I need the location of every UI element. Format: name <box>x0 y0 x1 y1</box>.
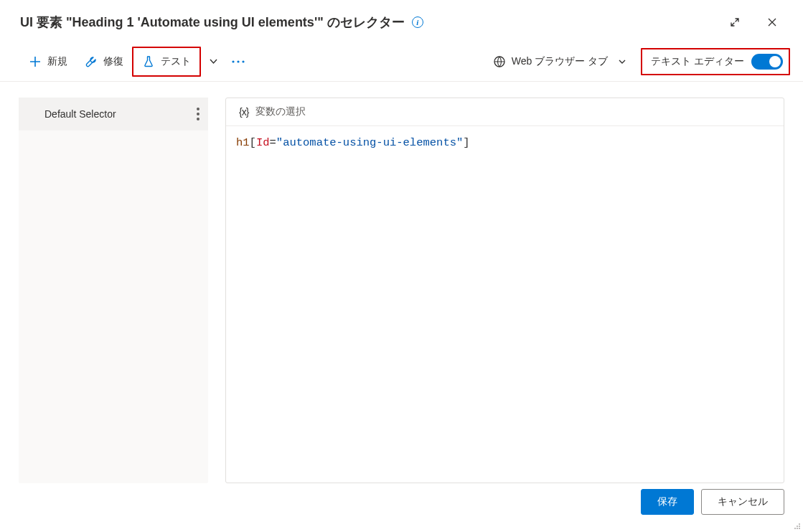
highlight-text-editor: テキスト エディター <box>641 48 790 75</box>
variable-select-button[interactable]: {x} 変数の選択 <box>226 98 784 126</box>
editor-panel: {x} 変数の選択 h1[Id="automate-using-ui-eleme… <box>225 98 784 483</box>
text-editor-toggle-wrap: テキスト エディター <box>642 49 789 74</box>
text-editor-label: テキスト エディター <box>651 55 744 68</box>
test-button[interactable]: テスト <box>133 48 199 75</box>
repair-label: 修復 <box>103 55 123 68</box>
info-icon[interactable]: i <box>412 16 423 28</box>
text-editor-toggle[interactable] <box>751 54 783 70</box>
selector-code-editor[interactable]: h1[Id="automate-using-ui-elements"] <box>226 126 784 483</box>
highlight-test: テスト <box>132 47 201 77</box>
save-button[interactable]: 保存 <box>641 489 694 515</box>
cancel-label: キャンセル <box>718 495 768 508</box>
code-value: "automate-using-ui-elements" <box>276 136 463 149</box>
test-label: テスト <box>161 55 191 68</box>
cancel-button[interactable]: キャンセル <box>701 489 784 515</box>
dialog-title: UI 要素 "Heading 1 'Automate using UI elem… <box>20 14 405 31</box>
wrench-icon <box>85 55 98 68</box>
expand-icon <box>730 17 740 27</box>
plus-icon <box>29 55 42 68</box>
globe-icon <box>493 55 506 68</box>
svg-point-8 <box>797 528 798 529</box>
dialog-footer: 保存 キャンセル <box>641 489 784 515</box>
selector-item[interactable]: Default Selector <box>19 98 208 130</box>
chevron-down-icon <box>209 57 218 66</box>
toolbar-dropdown-button[interactable] <box>201 48 225 75</box>
variable-select-label: 変数の選択 <box>255 105 306 118</box>
expand-button[interactable] <box>723 12 747 32</box>
selector-item-more-button[interactable] <box>197 108 199 120</box>
svg-point-9 <box>799 528 800 529</box>
code-close-bracket: ] <box>463 136 469 149</box>
code-attr: Id <box>256 136 270 149</box>
code-open-bracket: [ <box>250 136 256 149</box>
code-eq: = <box>270 136 276 149</box>
close-icon <box>767 17 777 27</box>
variable-braces-icon: {x} <box>239 106 248 118</box>
selector-list: Default Selector <box>19 98 208 483</box>
svg-point-0 <box>232 60 234 62</box>
svg-point-4 <box>799 523 800 525</box>
svg-point-6 <box>799 526 800 527</box>
selector-item-label: Default Selector <box>44 108 116 120</box>
toggle-knob <box>769 56 781 67</box>
code-tag: h1 <box>236 136 250 149</box>
browser-tab-label: Web ブラウザー タブ <box>512 55 608 68</box>
svg-point-5 <box>797 526 798 527</box>
dialog-header: UI 要素 "Heading 1 'Automate using UI elem… <box>0 0 803 42</box>
save-label: 保存 <box>657 495 677 508</box>
chevron-down-icon <box>618 57 626 66</box>
new-label: 新規 <box>47 55 67 68</box>
svg-point-2 <box>242 60 244 62</box>
svg-point-1 <box>237 60 239 62</box>
resize-grip-icon[interactable] <box>794 523 801 530</box>
close-button[interactable] <box>760 12 784 32</box>
toolbar-more-button[interactable] <box>225 48 251 75</box>
browser-tab-selector[interactable]: Web ブラウザー タブ <box>487 52 632 71</box>
flask-icon <box>142 55 155 68</box>
toolbar: 新規 修復 テスト Web ブラウザー タブ テキスト エディター <box>0 42 803 82</box>
repair-button[interactable]: 修復 <box>76 48 132 75</box>
more-horizontal-icon <box>232 60 245 63</box>
new-button[interactable]: 新規 <box>20 48 76 75</box>
body-area: Default Selector {x} 変数の選択 h1[Id="automa… <box>0 82 803 483</box>
svg-point-7 <box>794 528 796 529</box>
